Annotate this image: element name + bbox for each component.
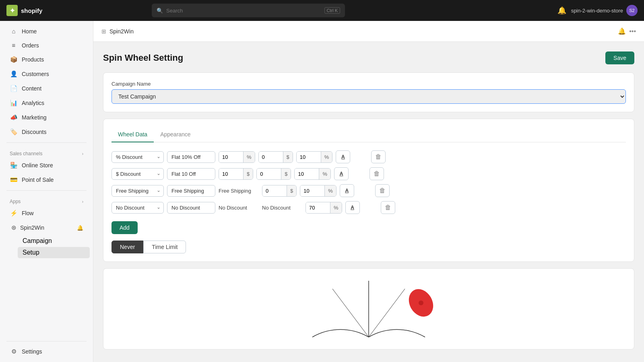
settings-icon: ⚙ (10, 348, 18, 355)
store-selector[interactable]: spin-2-win-demo-store S2 (571, 5, 638, 16)
more-options-button[interactable]: ••• (629, 27, 636, 35)
flow-icon: ⚡ (10, 210, 18, 217)
wheel-row-1: % Discount $ Discount Free Shipping No D… (111, 150, 626, 163)
orders-icon: ≡ (10, 42, 18, 49)
search-input[interactable] (166, 8, 321, 14)
sidebar-item-online-store[interactable]: 🏪 Online Store (3, 158, 90, 172)
sidebar-sub-item-setup[interactable]: Setup (18, 247, 90, 258)
page-title: Spin Wheel Setting (103, 53, 183, 63)
sidebar-item-point-of-sale[interactable]: 💳 Point of Sale (3, 173, 90, 187)
row3-value3-input[interactable] (300, 185, 324, 196)
sidebar-bottom: ⚙ Settings (0, 338, 93, 359)
row1-value2-input[interactable] (259, 152, 283, 162)
tab-appearance[interactable]: Appearance (154, 127, 197, 142)
sidebar-item-label: Home (22, 28, 37, 35)
toggle-time-limit-button[interactable]: Time Limit (143, 241, 186, 253)
discounts-icon: 🏷️ (10, 128, 18, 136)
sidebar-item-label: Analytics (22, 100, 44, 106)
row3-value2-input[interactable] (262, 185, 287, 196)
sidebar-item-products[interactable]: 📦 Products (3, 53, 90, 66)
sidebar-item-customers[interactable]: 👤 Customers (3, 67, 90, 81)
tabs: Wheel Data Appearance (111, 127, 626, 142)
add-row-button[interactable]: Add (111, 221, 138, 234)
wheel-preview-svg (288, 277, 449, 341)
row4-label-input[interactable] (167, 202, 215, 214)
sidebar-item-discounts[interactable]: 🏷️ Discounts (3, 125, 90, 139)
row4-color-button[interactable]: A (345, 201, 360, 214)
customers-icon: 👤 (10, 70, 18, 78)
row3-suffix2: $ (287, 185, 296, 196)
sidebar-item-label: Flow (22, 210, 34, 216)
row4-static2: No Discount (262, 205, 302, 211)
row1-value3-input[interactable] (297, 152, 321, 162)
spin2win-icon: ⊛ (10, 224, 18, 231)
save-button[interactable]: Save (605, 51, 634, 64)
notification-bell-icon[interactable]: 🔔 (557, 6, 566, 15)
tab-wheel-data[interactable]: Wheel Data (111, 127, 154, 142)
campaign-name-select[interactable]: Test Campaign (111, 89, 626, 104)
home-icon: ⌂ (10, 28, 18, 35)
sidebar-item-settings[interactable]: ⚙ Settings (3, 345, 90, 358)
sidebar-divider-1 (6, 142, 87, 143)
sidebar-item-flow[interactable]: ⚡ Flow (3, 206, 90, 220)
row1-type-select[interactable]: % Discount $ Discount Free Shipping No D… (111, 151, 164, 163)
notification-icon-button[interactable]: 🔔 (618, 27, 626, 35)
row1-value1-input[interactable] (219, 152, 243, 162)
row3-static1: Free Shipping (219, 188, 259, 194)
wheel-data-card: Wheel Data Appearance % Discount $ Disco… (103, 119, 634, 262)
wheel-preview-card (103, 268, 634, 350)
row4-type-select-wrapper: % Discount $ Discount Free Shipping No D… (111, 202, 164, 214)
online-store-icon: 🏪 (10, 162, 18, 169)
row1-color-button[interactable]: A (336, 150, 350, 163)
row3-type-select[interactable]: % Discount $ Discount Free Shipping No D… (111, 185, 164, 197)
row4-value3-input[interactable] (306, 202, 330, 213)
content-icon: 📄 (10, 85, 18, 92)
sidebar-sub-item-campaign[interactable]: Campaign (18, 235, 90, 247)
row2-delete-button[interactable]: 🗑 (369, 167, 384, 180)
row3-value3: % (300, 185, 336, 197)
sidebar-item-analytics[interactable]: 📊 Analytics (3, 96, 90, 110)
row4-delete-button[interactable]: 🗑 (381, 201, 395, 214)
sidebar-item-label: Online Store (22, 162, 53, 169)
row3-delete-button[interactable]: 🗑 (375, 184, 390, 197)
sidebar: ⌂ Home ≡ Orders 📦 Products 👤 Customers 📄… (0, 21, 93, 362)
search-bar[interactable]: 🔍 Ctrl K (152, 4, 345, 17)
row1-suffix2: $ (283, 152, 293, 162)
row2-label-input[interactable] (167, 168, 215, 180)
toggle-never-button[interactable]: Never (111, 241, 143, 253)
row2-value3-input[interactable] (295, 169, 319, 179)
sidebar-item-home[interactable]: ⌂ Home (3, 25, 90, 38)
row2-type-select[interactable]: % Discount $ Discount Free Shipping No D… (111, 168, 164, 180)
row1-delete-button[interactable]: 🗑 (371, 150, 386, 163)
sidebar-divider-3 (6, 341, 87, 341)
sidebar-item-orders[interactable]: ≡ Orders (3, 39, 90, 52)
row2-suffix1: $ (243, 169, 253, 179)
sidebar-item-spin2win[interactable]: ⊛ Spin2Win 🔔 (3, 221, 90, 234)
row3-label-input[interactable] (167, 185, 215, 197)
sidebar-item-label: Settings (22, 348, 42, 355)
row1-label-input[interactable] (167, 151, 215, 163)
sidebar-divider-2 (6, 190, 87, 191)
sidebar-item-label: Marketing (22, 114, 46, 121)
main-layout: ⌂ Home ≡ Orders 📦 Products 👤 Customers 📄… (0, 21, 644, 362)
row4-type-select[interactable]: % Discount $ Discount Free Shipping No D… (111, 202, 164, 214)
row2-color-button[interactable]: A (334, 167, 349, 180)
shopify-logo: ✦ shopify (6, 5, 42, 16)
wheel-row-3: % Discount $ Discount Free Shipping No D… (111, 184, 626, 197)
row2-value2-input[interactable] (257, 169, 281, 179)
subheader-actions: 🔔 ••• (618, 27, 636, 35)
sidebar-item-label: Customers (22, 71, 49, 77)
campaign-name-label: Campaign Name (111, 81, 626, 87)
products-icon: 📦 (10, 56, 18, 63)
row1-type-select-wrapper: % Discount $ Discount Free Shipping No D… (111, 151, 164, 163)
analytics-icon: 📊 (10, 99, 18, 107)
topnav-right: 🔔 spin-2-win-demo-store S2 (557, 5, 638, 16)
sidebar-item-content[interactable]: 📄 Content (3, 82, 90, 95)
row2-value1-input[interactable] (219, 169, 243, 179)
row1-value3: % (296, 151, 333, 163)
search-shortcut: Ctrl K (324, 7, 341, 14)
sidebar-item-marketing[interactable]: 📣 Marketing (3, 111, 90, 124)
spin2win-subnav: Campaign Setup (0, 235, 93, 259)
expand-icon: › (82, 152, 83, 156)
row3-color-button[interactable]: A (340, 184, 354, 197)
